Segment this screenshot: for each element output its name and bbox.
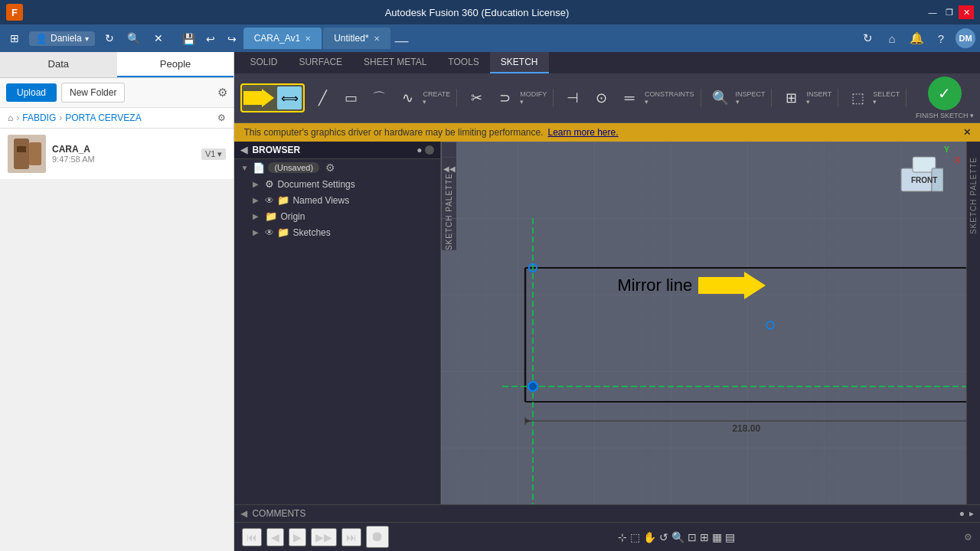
tab1-close-icon[interactable]: ✕ <box>305 34 311 43</box>
finish-sketch-group[interactable]: ✓ FINISH SKETCH ▾ <box>916 77 974 119</box>
tool-grid-icon[interactable]: ⊞ <box>700 531 709 543</box>
inspect-btn[interactable]: 🔍 <box>707 89 733 107</box>
tool-zoom-icon[interactable]: 🔍 <box>671 531 684 543</box>
refresh2-icon[interactable]: ↻ <box>858 28 877 48</box>
comments-circle-icon[interactable]: ● <box>959 508 965 519</box>
view-cube[interactable]: FRONT <box>897 149 943 195</box>
named-views-arrow-icon: ▶ <box>253 196 262 204</box>
curve-icon: ∿ <box>402 91 413 105</box>
close-button[interactable]: ✕ <box>959 5 974 19</box>
insert-icon: ⊞ <box>786 91 797 105</box>
avatar[interactable]: DM <box>956 28 975 48</box>
inspect-icon: 🔍 <box>712 91 729 105</box>
tool-box-select-icon[interactable]: ⬚ <box>630 531 640 543</box>
save-icon[interactable]: 💾 <box>179 29 199 49</box>
trim-btn[interactable]: ✂ <box>463 89 489 107</box>
upload-button[interactable]: Upload <box>6 83 57 102</box>
ribbon-tab-sketch[interactable]: SKETCH <box>490 52 549 73</box>
ribbon-tab-tools[interactable]: TOOLS <box>437 52 489 73</box>
svg-point-31 <box>528 382 537 391</box>
tab2-close-icon[interactable]: ✕ <box>374 34 380 43</box>
tool-viz-icon[interactable]: ▤ <box>725 531 735 543</box>
ribbon-tab-surface[interactable]: SURFACE <box>288 52 353 73</box>
line-tool-btn[interactable]: ╱ <box>309 89 335 107</box>
comments-chevron-icon[interactable]: ▸ <box>969 508 974 519</box>
app-title: Autodesk Fusion 360 (Education License) <box>29 7 925 18</box>
browser-item-origin[interactable]: ▶ 📁 Origin <box>234 208 440 224</box>
browser-root-item[interactable]: ▼ 📄 (Unsaved) ⚙ <box>234 159 440 176</box>
breadcrumb-fabdig[interactable]: FABDIG <box>22 112 56 123</box>
notification-icon[interactable]: 🔔 <box>906 28 926 48</box>
tool-display-icon[interactable]: ▦ <box>712 531 722 543</box>
tool-zoom-fit-icon[interactable]: ⊡ <box>688 531 697 543</box>
minimize-button[interactable]: — <box>925 5 940 19</box>
browser-circle-icon[interactable] <box>425 145 434 155</box>
extend-btn[interactable]: ⊃ <box>492 89 518 107</box>
nav-settings-icon[interactable]: ⚙ <box>964 532 972 543</box>
mirror-sketch-icon[interactable]: ⟺ <box>277 86 302 109</box>
tool-select-icon[interactable]: ⊹ <box>618 531 627 543</box>
home-icon[interactable]: ⌂ <box>882 28 902 48</box>
constraint-btn3[interactable]: ═ <box>616 89 642 107</box>
tool-pan-icon[interactable]: ✋ <box>643 531 656 543</box>
named-views-eye-icon: 👁 <box>265 195 274 206</box>
close-project-icon[interactable]: ✕ <box>149 28 168 48</box>
nav-play-btn[interactable]: ▶ <box>289 528 306 546</box>
constraint-btn1[interactable]: ⊣ <box>560 89 586 107</box>
tab-data[interactable]: Data <box>0 52 117 77</box>
home-icon[interactable]: ⌂ <box>8 112 13 123</box>
finish-sketch-btn[interactable]: ✓ <box>928 77 962 110</box>
file-item-cara-a[interactable]: CARA_A 9:47:58 AM V1 ▾ <box>0 129 234 180</box>
nav-first-btn[interactable]: ⏮ <box>242 528 262 546</box>
search-icon[interactable]: 🔍 <box>124 28 144 48</box>
browser-item-sketches[interactable]: ▶ 👁 📁 Sketches <box>234 224 440 240</box>
redo-icon[interactable]: ↪ <box>222 29 242 49</box>
breadcrumb-project[interactable]: PORTA CERVEZA <box>65 112 141 123</box>
svg-text:FRONT: FRONT <box>911 176 937 184</box>
ribbon-tab-solid[interactable]: SOLID <box>239 52 288 73</box>
nav-fast-fwd-btn[interactable]: ▶▶ <box>311 528 337 546</box>
origin-arrow-icon: ▶ <box>253 212 262 220</box>
root-gear-icon[interactable]: ⚙ <box>325 161 335 174</box>
select-btn[interactable]: ⬚ <box>844 89 871 107</box>
tab-untitled[interactable]: Untitled* ✕ <box>323 28 390 49</box>
browser-item-named-views[interactable]: ▶ 👁 📁 Named Views <box>234 192 440 208</box>
left-toolbar: Upload New Folder ⚙ <box>0 78 234 108</box>
tab2-label: Untitled* <box>334 33 368 44</box>
restore-button[interactable]: ❐ <box>942 5 957 19</box>
rect-tool-btn[interactable]: ▭ <box>338 89 364 107</box>
grid-icon[interactable]: ⊞ <box>5 28 24 48</box>
constraints-label: CONSTRAINTS ▾ <box>645 90 694 107</box>
mirror-tool-group[interactable]: ⟺ <box>240 83 305 112</box>
nav-record-btn[interactable]: ⏺ <box>366 526 389 548</box>
new-folder-button[interactable]: New Folder <box>61 83 125 103</box>
tab-people[interactable]: People <box>117 52 234 77</box>
user-button[interactable]: 👤 Daniela ▾ <box>29 31 95 46</box>
tab-cara-av1[interactable]: CARA_Av1 ✕ <box>243 28 322 49</box>
help-icon[interactable]: ? <box>931 28 951 48</box>
tool-orbit-icon[interactable]: ↺ <box>659 531 668 543</box>
learn-more-link[interactable]: Learn more here. <box>548 127 619 138</box>
warning-close-icon[interactable]: ✕ <box>963 127 971 138</box>
ribbon-group-constraints: ⊣ ⊙ ═ CONSTRAINTS ▾ <box>560 89 701 107</box>
ribbon-tab-sheet-metal[interactable]: SHEET METAL <box>353 52 437 73</box>
browser-collapse-icon[interactable]: ◀ <box>240 145 247 155</box>
refresh-icon[interactable]: ↻ <box>100 28 119 48</box>
ribbon-content: ⟺ ╱ ▭ ⌒ ∿ CREATE ▾ <box>234 73 980 122</box>
browser-options-icon[interactable]: ● <box>416 145 422 155</box>
breadcrumb-settings-icon[interactable]: ⚙ <box>217 112 226 123</box>
nav-last-btn[interactable]: ⏭ <box>341 528 361 546</box>
canvas-area[interactable]: Mirror line 218.00 17.00 9.00 17.00 17.0… <box>441 142 966 504</box>
arc-tool-btn[interactable]: ⌒ <box>366 89 392 107</box>
undo-icon[interactable]: ↩ <box>201 29 220 49</box>
add-tab-icon[interactable]: — <box>395 33 409 49</box>
browser-item-document-settings[interactable]: ▶ ⚙ Document Settings <box>234 176 440 192</box>
insert-btn[interactable]: ⊞ <box>778 89 804 107</box>
nav-prev-btn[interactable]: ◀ <box>266 528 284 546</box>
comments-expand-icon[interactable]: ◀ <box>240 508 247 519</box>
constraint-btn2[interactable]: ⊙ <box>588 89 614 107</box>
settings-icon[interactable]: ⚙ <box>217 86 227 99</box>
file-version[interactable]: V1 ▾ <box>201 148 227 160</box>
curve-tool-btn[interactable]: ∿ <box>394 89 420 107</box>
sketch-palette-sidebar-label[interactable]: SKETCH PALETTE <box>969 157 978 234</box>
